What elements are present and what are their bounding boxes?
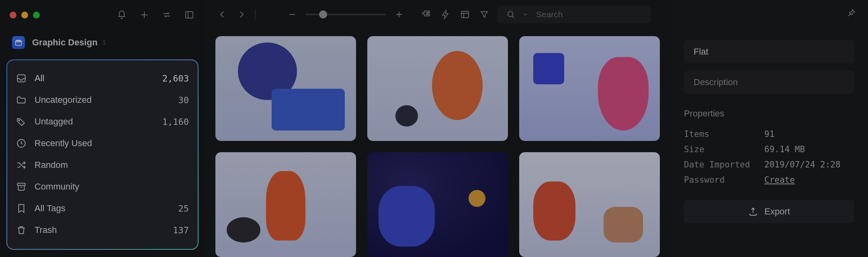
smart-folder-untagged[interactable]: Untagged 1,160	[16, 111, 189, 133]
description-placeholder: Description	[694, 77, 738, 88]
thumbnail-item[interactable]	[215, 36, 356, 141]
smart-folder-community[interactable]: Community	[16, 176, 189, 198]
zoom-slider[interactable]	[305, 14, 386, 15]
bookmark-icon	[16, 203, 27, 214]
smart-folder-label: Community	[35, 182, 181, 192]
smart-folder-list: All 2,603 Uncategorized 30 Untagged 1,16…	[6, 59, 199, 250]
smart-folder-label: Random	[35, 160, 181, 170]
minimize-window-button[interactable]	[21, 12, 28, 18]
smart-folder-label: Trash	[35, 225, 165, 235]
library-icon	[12, 36, 25, 49]
properties-table: Items 91 Size 69.14 MB Date Imported 201…	[684, 129, 854, 185]
prop-key-size: Size	[684, 145, 764, 154]
main-content	[205, 0, 670, 257]
toolbar	[205, 0, 670, 29]
svg-rect-2	[17, 75, 25, 82]
smart-folder-label: Untagged	[35, 116, 154, 127]
zoom-slider-knob[interactable]	[319, 10, 327, 18]
smart-folder-all[interactable]: All 2,603	[16, 67, 189, 89]
shuffle-icon	[16, 160, 27, 170]
smart-folder-label: All	[35, 73, 154, 84]
zoom-in-button[interactable]	[393, 8, 405, 20]
nav-forward-button[interactable]	[235, 8, 248, 20]
smart-folder-count: 137	[173, 225, 189, 235]
prop-val-date: 2019/07/24 2:28	[764, 160, 854, 169]
toolbar-separator	[255, 9, 256, 20]
title-field[interactable]: Flat	[684, 40, 854, 63]
pin-icon[interactable]	[846, 8, 856, 19]
search-field[interactable]	[497, 6, 651, 23]
smart-folder-count: 30	[178, 95, 189, 105]
thumbnail-grid	[205, 29, 670, 257]
prop-val-size: 69.14 MB	[764, 145, 854, 154]
prop-key-date: Date Imported	[684, 160, 764, 169]
svg-rect-0	[186, 12, 193, 18]
sidebar: Graphic Design All 2,603 Uncategorized 3…	[0, 0, 205, 257]
smart-folder-count: 1,160	[162, 117, 189, 127]
thumbnail-item[interactable]	[519, 36, 660, 141]
smart-folder-count: 2,603	[162, 73, 189, 84]
properties-panel: Flat Description Properties Items 91 Siz…	[670, 0, 868, 257]
svg-point-7	[508, 12, 513, 17]
close-window-button[interactable]	[10, 12, 16, 18]
library-name: Graphic Design	[32, 37, 98, 48]
smart-folder-label: All Tags	[35, 203, 170, 214]
thumbnail-item[interactable]	[519, 152, 660, 257]
zoom-control	[286, 8, 405, 20]
export-label: Export	[764, 206, 790, 217]
smart-folder-all-tags[interactable]: All Tags 25	[16, 198, 189, 219]
chevron-up-down-icon	[101, 39, 107, 46]
window-titlebar	[0, 7, 205, 22]
prop-key-password: Password	[684, 175, 764, 185]
zoom-out-button[interactable]	[286, 8, 298, 20]
create-password-link[interactable]: Create	[764, 175, 854, 185]
clock-icon	[16, 138, 27, 149]
svg-rect-1	[16, 41, 22, 45]
plus-icon[interactable]	[138, 9, 150, 21]
prop-key-items: Items	[684, 129, 764, 139]
swap-icon[interactable]	[161, 9, 173, 21]
bolt-icon[interactable]	[440, 8, 452, 20]
svg-point-3	[18, 120, 20, 121]
inbox-icon	[16, 73, 27, 84]
fullscreen-window-button[interactable]	[33, 12, 40, 18]
nav-back-button[interactable]	[216, 8, 228, 20]
smart-folder-uncategorized[interactable]: Uncategorized 30	[16, 89, 189, 111]
folder-icon	[16, 95, 27, 105]
thumbnail-item[interactable]	[215, 152, 356, 257]
layout-icon[interactable]	[459, 8, 471, 20]
archive-icon	[16, 182, 27, 192]
properties-section-label: Properties	[684, 108, 854, 119]
search-input[interactable]	[535, 9, 642, 20]
description-field[interactable]: Description	[684, 71, 854, 94]
library-selector[interactable]: Graphic Design	[0, 22, 205, 57]
export-icon	[748, 207, 758, 216]
bell-icon[interactable]	[116, 9, 128, 21]
export-button[interactable]: Export	[684, 200, 854, 223]
app-window: Graphic Design All 2,603 Uncategorized 3…	[0, 0, 868, 257]
smart-folder-recent[interactable]: Recently Used	[16, 133, 189, 154]
smart-folder-trash[interactable]: Trash 137	[16, 219, 189, 241]
smart-folder-count: 25	[178, 204, 189, 214]
thumbnail-item[interactable]	[367, 36, 508, 141]
title-value: Flat	[694, 47, 708, 57]
search-icon	[506, 10, 515, 19]
filter-icon[interactable]	[478, 8, 490, 20]
trash-icon	[16, 225, 27, 235]
smart-folder-random[interactable]: Random	[16, 154, 189, 176]
tag-icon	[16, 116, 27, 127]
prop-val-items: 91	[764, 129, 854, 139]
smart-folder-label: Uncategorized	[35, 95, 170, 105]
window-controls	[10, 12, 40, 18]
svg-rect-5	[17, 183, 25, 185]
thumbnail-item[interactable]	[367, 152, 508, 257]
svg-rect-6	[461, 11, 469, 18]
sidebar-toggle-icon[interactable]	[183, 9, 195, 21]
smart-folder-label: Recently Used	[35, 138, 181, 149]
extensions-icon[interactable]	[420, 8, 432, 20]
chevron-down-icon[interactable]	[522, 12, 528, 17]
